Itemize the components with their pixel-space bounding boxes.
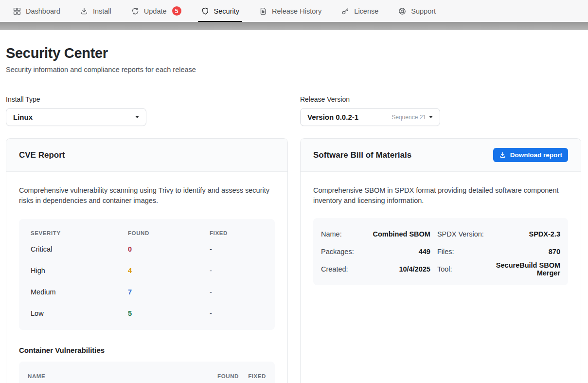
cve-card-body: Comprehensive vulnerability scanning usi…: [6, 172, 287, 383]
install-type-label: Install Type: [6, 95, 288, 103]
cve-report-card: CVE Report Comprehensive vulnerability s…: [6, 138, 288, 383]
top-navigation: Dashboard Install Update 5 Security: [0, 0, 588, 22]
dashboard-grid-icon: [13, 7, 21, 16]
nav-item-support[interactable]: Support: [388, 0, 445, 22]
found-count: 5: [128, 310, 210, 317]
col-found: FOUND: [128, 230, 210, 236]
sbom-detail-value: SPDX-2.3: [491, 225, 560, 243]
container-table-header: NAME FOUND FIXED: [19, 362, 275, 383]
sbom-description: Comprehensive SBOM in SPDX format provid…: [313, 185, 568, 206]
page-subtitle: Security information and compliance repo…: [6, 66, 581, 73]
nav-label: Dashboard: [26, 7, 60, 15]
col-fixed: FIXED: [239, 373, 266, 379]
download-report-label: Download report: [510, 151, 562, 159]
nav-item-security[interactable]: Security: [191, 0, 249, 22]
update-count-badge: 5: [172, 6, 181, 16]
sbom-detail-label: Name:: [321, 225, 354, 243]
nav-label: Security: [214, 7, 239, 15]
download-report-button[interactable]: Download report: [493, 148, 568, 162]
lifebuoy-icon: [398, 7, 407, 16]
sbom-detail-label: Files:: [437, 243, 484, 260]
cve-description: Comprehensive vulnerability scanning usi…: [19, 185, 275, 206]
table-row-medium: Medium 7 -: [31, 281, 263, 303]
container-vulnerabilities-section: Container Vulnerabilities NAME FOUND FIX…: [19, 346, 275, 383]
install-type-select[interactable]: Linux: [6, 108, 146, 126]
col-name: NAME: [28, 373, 202, 379]
sbom-detail-value: 449: [361, 243, 430, 260]
release-version-label: Release Version: [300, 95, 581, 103]
window-divider-band: [0, 22, 588, 30]
sbom-detail-value: SecureBuild SBOM Merger: [491, 260, 560, 278]
nav-item-license[interactable]: License: [331, 0, 388, 22]
sbom-detail-label: Packages:: [321, 243, 354, 260]
sbom-detail-label: Created:: [321, 260, 354, 278]
download-icon: [80, 7, 89, 16]
nav-label: Install: [93, 7, 111, 15]
release-version-value: Version 0.0.2-1: [307, 113, 358, 121]
table-row-critical: Critical 0 -: [31, 238, 263, 260]
key-icon: [341, 7, 350, 16]
severity-name: High: [31, 267, 128, 274]
nav-item-dashboard[interactable]: Dashboard: [3, 0, 70, 22]
download-icon: [499, 151, 506, 159]
shield-icon: [201, 7, 210, 16]
severity-name: Critical: [31, 245, 128, 253]
chevron-down-icon: [135, 116, 139, 118]
severity-table-header: SEVERITY FOUND FIXED: [31, 228, 263, 238]
page-content: Security Center Security information and…: [0, 45, 588, 383]
found-count: 0: [128, 245, 210, 253]
chevron-down-icon: [429, 116, 433, 118]
table-row-high: High 4 -: [31, 260, 263, 281]
page-title: Security Center: [6, 45, 581, 61]
nav-item-update[interactable]: Update 5: [121, 0, 191, 22]
cve-card-header: CVE Report: [6, 139, 287, 172]
nav-label: Update: [144, 7, 167, 15]
sbom-card-body: Comprehensive SBOM in SPDX format provid…: [301, 172, 581, 299]
install-type-value: Linux: [13, 113, 33, 121]
install-type-field: Install Type Linux: [6, 95, 288, 126]
release-version-select[interactable]: Version 0.0.2-1 Sequence 21: [300, 108, 440, 126]
sequence-hint: Sequence 21: [392, 114, 426, 121]
found-count: 7: [128, 288, 210, 296]
fixed-count: -: [210, 288, 263, 296]
nav-label: Release History: [272, 7, 321, 15]
found-count: 4: [128, 267, 210, 274]
col-fixed: FIXED: [210, 230, 263, 236]
nav-label: Support: [411, 7, 436, 15]
severity-name: Low: [31, 310, 128, 317]
sbom-detail-label: Tool:: [437, 260, 484, 278]
sbom-detail-value: 870: [491, 243, 560, 260]
sbom-card-title: Software Bill of Materials: [313, 150, 411, 160]
fixed-count: -: [210, 310, 263, 317]
table-row-low: Low 5 -: [31, 303, 263, 324]
container-vulnerabilities-title: Container Vulnerabilities: [19, 346, 275, 354]
sbom-detail-value: Combined SBOM: [361, 225, 430, 243]
refresh-icon: [131, 7, 140, 16]
document-icon: [259, 7, 267, 16]
filters-row: Install Type Linux Release Version Versi…: [6, 95, 581, 126]
nav-item-install[interactable]: Install: [70, 0, 121, 22]
sbom-detail-value: 10/4/2025: [361, 260, 430, 278]
sbom-details-grid: Name: Combined SBOM SPDX Version: SPDX-2…: [313, 218, 568, 285]
col-found: FOUND: [202, 373, 239, 379]
col-severity: SEVERITY: [31, 230, 128, 236]
nav-item-release-history[interactable]: Release History: [249, 0, 331, 22]
severity-name: Medium: [31, 288, 128, 296]
fixed-count: -: [210, 245, 263, 253]
severity-table: SEVERITY FOUND FIXED Critical 0 - High 4…: [19, 219, 275, 330]
fixed-count: -: [210, 267, 263, 274]
report-cards: CVE Report Comprehensive vulnerability s…: [6, 138, 581, 383]
sbom-card-header: Software Bill of Materials Download repo…: [301, 139, 581, 172]
sbom-detail-label: SPDX Version:: [437, 225, 484, 243]
cve-card-title: CVE Report: [19, 150, 65, 160]
nav-label: License: [354, 7, 378, 15]
release-version-field: Release Version Version 0.0.2-1 Sequence…: [300, 95, 581, 126]
sbom-card: Software Bill of Materials Download repo…: [300, 138, 581, 383]
